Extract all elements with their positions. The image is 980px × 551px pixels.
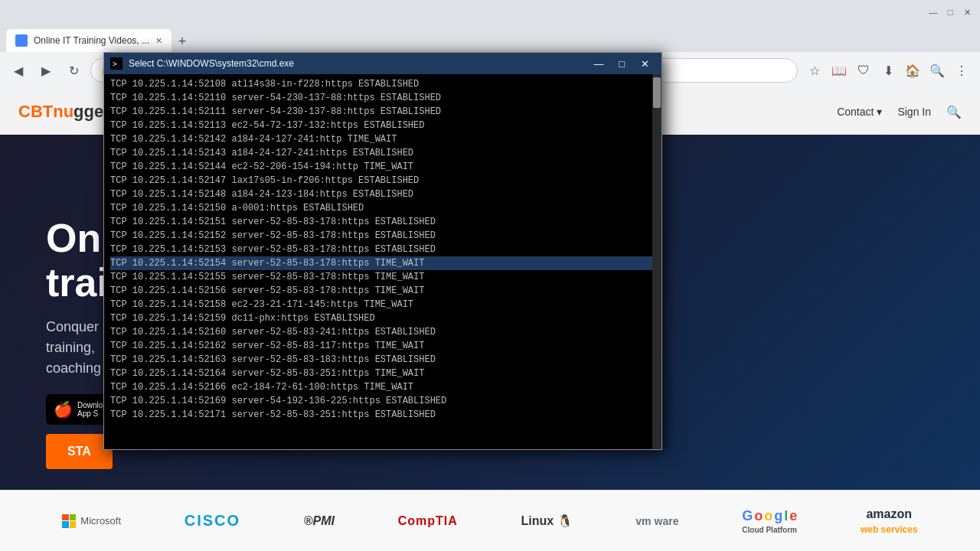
home-icon[interactable]: 🏠 — [902, 60, 923, 81]
cmd-line: TCP 10.225.1.14:52152 server-52-85-83-17… — [110, 229, 655, 243]
cmd-scroll-thumb[interactable] — [653, 77, 661, 108]
contact-label: Contact — [837, 106, 874, 118]
tab-favicon — [15, 34, 28, 47]
pmi-text: ®PMI — [304, 514, 335, 528]
cisco-text: CISCO — [185, 512, 240, 530]
cmd-titlebar[interactable]: > Select C:\WINDOWS\system32\cmd.exe — □… — [104, 53, 662, 74]
reading-list-icon[interactable]: 📖 — [828, 60, 850, 81]
active-tab[interactable]: Online IT Training Videos, ... ✕ — [6, 29, 172, 52]
google-cloud-text: Cloud Platform — [742, 526, 797, 534]
google-cloud-logo: G o o g l e Cloud Platform — [742, 508, 797, 534]
cmd-line: TCP 10.225.1.14:52169 server-54-192-136-… — [110, 394, 655, 408]
cmd-line: TCP 10.225.1.14:52155 server-52-85-83-17… — [110, 270, 655, 284]
cmd-body: TCP 10.225.1.14:52108 atl14s38-in-f228:h… — [104, 74, 662, 449]
bookmark-icon[interactable]: ☆ — [804, 60, 825, 81]
cmd-line: TCP 10.225.1.14:52142 a184-24-127-241:ht… — [110, 132, 655, 146]
cmd-line: TCP 10.225.1.14:52144 ec2-52-206-154-194… — [110, 160, 655, 174]
cmd-line: TCP 10.225.1.14:52110 server-54-230-137-… — [110, 91, 655, 105]
tab-title: Online IT Training Videos, ... — [34, 35, 149, 46]
linux-logo: Linux 🐧 — [521, 514, 573, 528]
reload-button[interactable]: ↻ — [63, 60, 84, 81]
hero-subtitle-text: Conquertraining,coaching — [46, 319, 101, 376]
contact-dropdown-icon: ▾ — [877, 106, 882, 118]
cmd-line: TCP 10.225.1.14:52143 a184-24-127-241:ht… — [110, 146, 655, 160]
comptia-text: CompTIA — [398, 514, 458, 528]
cmd-line: TCP 10.225.1.14:52153 server-52-85-83-17… — [110, 243, 655, 256]
cmd-controls: — □ ✕ — [588, 55, 655, 72]
tab-close-button[interactable]: ✕ — [155, 36, 162, 46]
win-minimize[interactable]: — — [928, 7, 939, 18]
google-icon: G o o g l e — [742, 508, 797, 524]
header-search-icon[interactable]: 🔍 — [946, 105, 962, 119]
svg-text:>: > — [113, 60, 117, 68]
amazon-text: amazon — [866, 507, 912, 521]
signin-button[interactable]: Sign In — [897, 106, 931, 118]
start-button[interactable]: STA — [46, 434, 113, 469]
download-icon[interactable]: ⬇ — [877, 60, 899, 81]
vmware-text: vm — [635, 515, 651, 527]
cisco-logo: CISCO — [185, 512, 240, 530]
cmd-app-icon: > — [110, 57, 122, 70]
cmd-line: TCP 10.225.1.14:52113 ec2-54-72-137-132:… — [110, 119, 655, 132]
comptia-logo: CompTIA — [398, 514, 458, 528]
vmware-w: ware — [655, 515, 679, 527]
apple-icon: 🍎 — [54, 400, 73, 419]
hero-title-line2: trai — [46, 260, 108, 305]
microsoft-text: Microsoft — [80, 515, 121, 527]
cmd-minimize-button[interactable]: — — [588, 55, 609, 72]
cmd-line: TCP 10.225.1.14:52156 server-52-85-83-17… — [110, 284, 655, 298]
cmd-line: TCP 10.225.1.14:52171 server-52-85-83-25… — [110, 408, 655, 422]
cmd-line: TCP 10.225.1.14:52111 server-54-230-137-… — [110, 105, 655, 119]
cmd-line: TCP 10.225.1.14:52151 server-52-85-83-17… — [110, 215, 655, 229]
hero-title-line1: On — [46, 216, 101, 260]
cmd-line: TCP 10.225.1.14:52162 server-52-85-83-11… — [110, 339, 655, 353]
cmd-line: TCP 10.225.1.14:52158 ec2-23-21-171-145:… — [110, 298, 655, 311]
start-label: STA — [67, 445, 91, 458]
title-bar: — □ ✕ — [0, 0, 980, 24]
cmd-close-button[interactable]: ✕ — [634, 55, 655, 72]
toolbar-icons: ☆ 📖 🛡 ⬇ 🏠 🔍 ⋮ — [804, 60, 972, 81]
cmd-line: TCP 10.225.1.14:52163 server-52-85-83-18… — [110, 353, 655, 367]
pmi-logo: ®PMI — [304, 514, 335, 528]
cmd-line: TCP 10.225.1.14:52164 server-52-85-83-25… — [110, 367, 655, 380]
cmd-line: TCP 10.225.1.14:52154 server-52-85-83-17… — [110, 256, 655, 270]
header-nav: Contact ▾ Sign In 🔍 — [837, 105, 962, 119]
cmd-line: TCP 10.225.1.14:52147 lax17s05-in-f206:h… — [110, 174, 655, 187]
cmd-line: TCP 10.225.1.14:52150 a-0001:https ESTAB… — [110, 201, 655, 215]
cmd-line: TCP 10.225.1.14:52148 a184-24-123-184:ht… — [110, 187, 655, 201]
partner-bar: Microsoft CISCO ®PMI CompTIA Linux 🐧 vmw… — [0, 490, 980, 551]
cmd-content: TCP 10.225.1.14:52108 atl14s38-in-f228:h… — [104, 74, 662, 449]
microsoft-logo: Microsoft — [62, 514, 121, 528]
cmd-title-text: Select C:\WINDOWS\system32\cmd.exe — [129, 58, 588, 69]
forward-button[interactable]: ▶ — [35, 60, 57, 81]
cmd-line: TCP 10.225.1.14:52166 ec2-184-72-61-100:… — [110, 380, 655, 394]
vmware-logo: vmware — [635, 515, 678, 527]
win-maximize[interactable]: □ — [945, 7, 956, 18]
tab-bar: Online IT Training Videos, ... ✕ + — [0, 24, 980, 52]
back-button[interactable]: ◀ — [8, 60, 29, 81]
aws-text: web services — [861, 524, 918, 535]
cmd-line: TCP 10.225.1.14:52160 server-52-85-83-24… — [110, 325, 655, 339]
new-tab-button[interactable]: + — [172, 31, 193, 52]
menu-icon[interactable]: ⋮ — [951, 60, 972, 81]
shield-icon[interactable]: 🛡 — [853, 60, 874, 81]
cmd-window: > Select C:\WINDOWS\system32\cmd.exe — □… — [103, 52, 662, 450]
aws-logo: amazon web services — [861, 507, 918, 535]
contact-link[interactable]: Contact ▾ — [837, 106, 882, 118]
search-icon[interactable]: 🔍 — [926, 60, 948, 81]
cmd-line: TCP 10.225.1.14:52159 dc11-phx:https EST… — [110, 311, 655, 325]
ms-grid-icon — [62, 514, 76, 528]
linux-text: Linux 🐧 — [521, 514, 573, 528]
cmd-scrollbar[interactable] — [652, 74, 662, 449]
win-close[interactable]: ✕ — [962, 7, 972, 18]
cmd-line: TCP 10.225.1.14:52108 atl14s38-in-f228:h… — [110, 77, 655, 91]
cmd-maximize-button[interactable]: □ — [611, 55, 632, 72]
